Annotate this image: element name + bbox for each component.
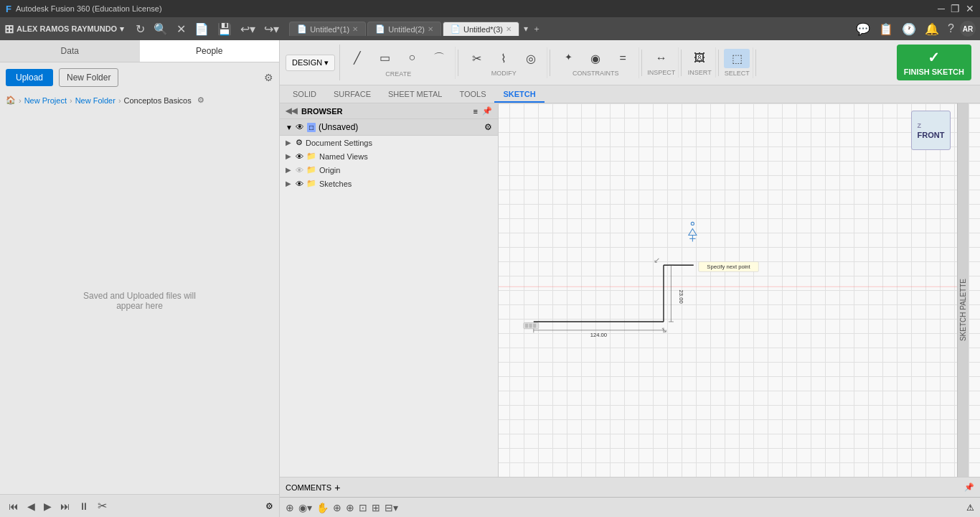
panel-close-icon[interactable]: ✕ <box>174 21 189 37</box>
insert-label[interactable]: INSERT <box>688 69 712 76</box>
tab-more-icon[interactable]: ▾ <box>524 24 528 34</box>
root-expand-icon[interactable]: ▼ <box>286 124 293 131</box>
nav-camera[interactable]: ✂ <box>95 498 110 514</box>
breadcrumb-project[interactable]: New Project <box>24 96 67 105</box>
finish-sketch-button[interactable]: ✓ FINISH SKETCH <box>897 45 971 80</box>
undo-icon[interactable]: ↩▾ <box>237 21 258 37</box>
root-settings-icon[interactable]: ⚙ <box>484 122 492 132</box>
rectangle-tool[interactable]: ▭ <box>372 48 397 69</box>
new-design-icon[interactable]: 📄 <box>192 21 212 37</box>
job-icon[interactable]: 📋 <box>876 21 896 37</box>
view-cube[interactable]: Z FRONT <box>911 111 951 150</box>
add-comment-icon[interactable]: + <box>334 482 340 493</box>
redo-icon[interactable]: ↪▾ <box>261 21 282 37</box>
expand-icon4[interactable]: ▶ <box>286 180 293 187</box>
sheet-metal-tab[interactable]: SHEET METAL <box>380 87 451 103</box>
search-icon[interactable]: 🔍 <box>151 21 171 37</box>
settings-icon[interactable]: ⊟▾ <box>385 502 398 513</box>
equal-tool[interactable]: = <box>610 49 636 68</box>
design-mode-button[interactable]: DESIGN ▾ <box>286 55 335 71</box>
inspect-label[interactable]: INSPECT <box>647 69 675 76</box>
tab-untitled2[interactable]: 📄 Untitled(2) ✕ <box>367 22 441 36</box>
tab-add-icon[interactable]: ＋ <box>532 23 541 35</box>
refresh-icon[interactable]: ↻ <box>133 21 148 37</box>
restore-button[interactable]: ❐ <box>951 3 960 14</box>
nav-play[interactable]: ▶ <box>41 499 55 513</box>
offset-tool[interactable]: ◎ <box>518 49 544 68</box>
new-folder-button[interactable]: New Folder <box>59 68 118 87</box>
expand-icon3[interactable]: ▶ <box>286 166 293 174</box>
canvas-inner[interactable]: 124.00 23.00 ↙ ↘ <box>499 103 969 517</box>
user-dropdown-icon[interactable]: ▾ <box>120 24 124 34</box>
tab2-close[interactable]: ✕ <box>428 25 433 33</box>
line-tool[interactable]: ╱ <box>344 48 370 69</box>
surface-tab[interactable]: SURFACE <box>325 87 380 103</box>
circle-tool[interactable]: ○ <box>399 48 425 69</box>
select-label[interactable]: SELECT <box>725 70 750 77</box>
tab-untitled1[interactable]: 📄 Untitled*(1) ✕ <box>289 22 366 36</box>
browser-root[interactable]: ▼ 👁 □ (Unsaved) ⚙ <box>280 119 498 136</box>
browser-menu-icon[interactable]: ≡ <box>473 107 478 116</box>
history-icon[interactable]: 🕐 <box>899 21 919 37</box>
breadcrumb-settings-icon[interactable]: ⚙ <box>197 96 204 105</box>
user-avatar[interactable]: AR <box>960 21 976 37</box>
pan-icon[interactable]: ✋ <box>316 502 329 513</box>
close-button[interactable]: ✕ <box>966 3 974 14</box>
notification-icon[interactable]: 🔔 <box>922 21 942 37</box>
midpoint-tool[interactable]: ◉ <box>583 49 608 68</box>
create-label[interactable]: CREATE <box>385 70 411 78</box>
people-tab[interactable]: People <box>140 40 280 62</box>
canvas-area[interactable]: ◀◀ BROWSER ≡ 📌 ▼ 👁 □ (Unsaved) ⚙ ▶ ⚙ <box>280 103 980 517</box>
trim-tool[interactable]: ✂ <box>463 49 489 68</box>
select-tool[interactable]: ⬚ <box>724 49 750 68</box>
upload-button[interactable]: Upload <box>6 69 53 86</box>
warning-icon[interactable]: ⚠ <box>966 503 974 513</box>
solid-tab[interactable]: SOLID <box>284 87 325 103</box>
titlebar-controls[interactable]: ─ ❐ ✕ <box>938 3 974 14</box>
extend-tool[interactable]: ⌇ <box>491 49 517 68</box>
tab1-close[interactable]: ✕ <box>352 25 358 33</box>
tab3-close[interactable]: ✕ <box>506 25 512 33</box>
eye-icon[interactable]: 👁 <box>296 122 304 132</box>
browser-item-doc-settings[interactable]: ▶ ⚙ Document Settings <box>280 136 498 149</box>
coincident-tool[interactable]: ✦ <box>555 49 581 68</box>
browser-item-origin[interactable]: ▶ 👁 📁 Origin <box>280 163 498 177</box>
sketch-palette[interactable]: SKETCH PALETTE <box>957 103 969 517</box>
help-icon[interactable]: ? <box>945 21 957 37</box>
display-mode-icon[interactable]: ⊡ <box>359 502 367 513</box>
breadcrumb-home-icon[interactable]: 🏠 <box>6 96 16 105</box>
app-grid-icon[interactable]: ⊞ <box>4 22 14 36</box>
arc-tool[interactable]: ⌒ <box>426 48 452 69</box>
nav-skip-back[interactable]: ⏮ <box>6 499 22 513</box>
tab-untitled3[interactable]: 📄 Untitled*(3) ✕ <box>443 22 519 36</box>
zoom-out-icon[interactable]: ⊕ <box>346 502 354 513</box>
browser-item-sketches[interactable]: ▶ 👁 📁 Sketches <box>280 177 498 190</box>
panel-settings-icon[interactable]: ⚙ <box>264 72 273 83</box>
save-icon[interactable]: 💾 <box>215 21 235 37</box>
minimize-button[interactable]: ─ <box>938 3 945 14</box>
nav-forward[interactable]: ⏭ <box>57 499 73 513</box>
move-icon[interactable]: ⊕ <box>286 502 294 513</box>
browser-item-named-views[interactable]: ▶ 👁 📁 Named Views <box>280 149 498 163</box>
sketch-tab[interactable]: SKETCH <box>494 87 544 103</box>
canvas-tool[interactable]: 🖼 <box>687 49 712 67</box>
nav-pause[interactable]: ⏸ <box>76 499 92 513</box>
nav-settings-icon[interactable]: ⚙ <box>265 501 273 511</box>
tools-tab[interactable]: TOOLS <box>451 87 494 103</box>
rotate-icon[interactable]: ◉▾ <box>298 502 312 513</box>
modify-label[interactable]: MODIFY <box>491 70 517 77</box>
nav-back[interactable]: ◀ <box>24 499 38 513</box>
grid-icon[interactable]: ⊞ <box>372 502 380 513</box>
measure-tool[interactable]: ↔ <box>649 49 674 67</box>
expand-icon2[interactable]: ▶ <box>286 152 293 160</box>
user-area[interactable]: ⊞ ALEX RAMOS RAYMUNDO ▾ <box>4 22 124 36</box>
browser-collapse-icon[interactable]: ◀◀ <box>286 106 297 116</box>
collab-icon[interactable]: 💬 <box>853 21 873 37</box>
browser-pin-icon[interactable]: 📌 <box>482 106 492 116</box>
expand-icon[interactable]: ▶ <box>286 139 293 146</box>
zoom-in-icon[interactable]: ⊕ <box>333 502 341 513</box>
constraints-label[interactable]: CONSTRAINTS <box>573 70 619 77</box>
data-tab[interactable]: Data <box>0 40 140 62</box>
comments-pin-icon[interactable]: 📌 <box>964 483 974 492</box>
breadcrumb-folder[interactable]: New Folder <box>75 96 116 105</box>
